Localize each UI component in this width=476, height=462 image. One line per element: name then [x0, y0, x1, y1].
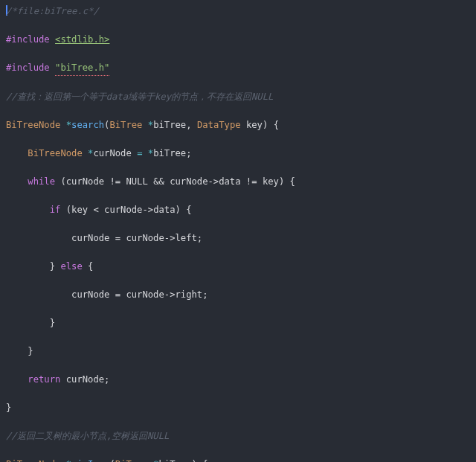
- ret-type-min: BiTreeNode: [6, 459, 60, 462]
- fn-name-min: minImum: [71, 459, 109, 462]
- brace: {: [88, 261, 93, 272]
- include-lib-bitree: "biTree.h": [55, 61, 109, 76]
- else-kw: else: [60, 261, 82, 272]
- star: *: [153, 459, 158, 462]
- param-type: DataType: [197, 120, 241, 130]
- brace: }: [28, 346, 33, 356]
- while-cond: (curNode != NULL && curNode->data != key…: [60, 176, 284, 187]
- include-keyword-2: #include: [6, 62, 50, 73]
- code-editor[interactable]: /*file:biTree.c*/ #include <stdlib.h> #i…: [0, 0, 476, 462]
- include-keyword-1: #include: [6, 34, 50, 45]
- brace: {: [202, 459, 208, 462]
- include-lib-stdlib: <stdlib.h>: [55, 34, 109, 45]
- op-eq: =: [137, 148, 142, 158]
- ret-type-search: BiTreeNode: [6, 120, 60, 130]
- while-kw: while: [28, 176, 55, 187]
- stmt-assign-left: curNode = curNode->left;: [71, 233, 202, 243]
- fn-name-search: search: [71, 120, 104, 130]
- param-name: key: [246, 120, 263, 130]
- decl-src: biTree: [153, 148, 186, 158]
- comment-search: //查找：返回第一个等于data域等于key的节点，不存在返回NULL: [6, 92, 273, 102]
- brace: }: [6, 402, 11, 413]
- param-name: biTree: [159, 459, 192, 462]
- decl-type: BiTreeNode: [28, 148, 82, 158]
- param-type: BiTree: [109, 120, 142, 130]
- brace: {: [290, 176, 295, 187]
- brace: {: [274, 120, 279, 130]
- decl-var: curNode: [93, 148, 131, 158]
- brace: }: [50, 318, 55, 328]
- brace: {: [186, 205, 191, 215]
- comment-min: //返回二叉树的最小节点,空树返回NULL: [6, 431, 169, 441]
- star: *: [66, 459, 71, 462]
- star: *: [66, 120, 71, 130]
- if-kw: if: [50, 205, 61, 215]
- param-name: biTree: [153, 120, 186, 130]
- comment-file-header: /*file:biTree.c*/: [6, 6, 99, 16]
- stmt-assign-right: curNode = curNode->right;: [71, 289, 208, 300]
- brace: }: [50, 261, 61, 272]
- param-type: BiTree: [115, 459, 148, 462]
- if-cond: (key < curNode->data): [66, 205, 181, 215]
